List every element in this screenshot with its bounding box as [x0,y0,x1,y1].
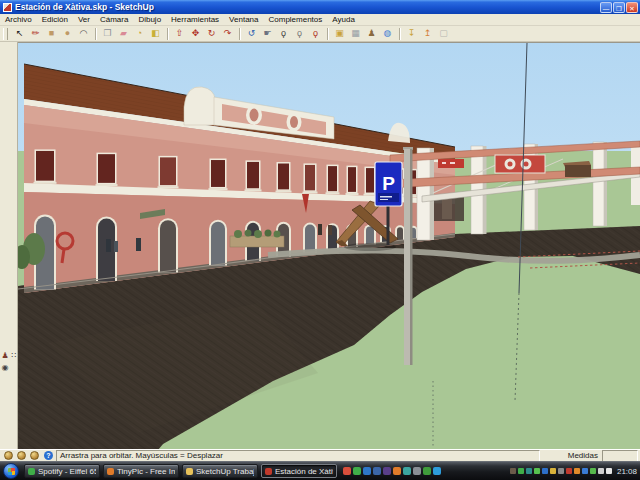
place-model-tool-icon[interactable]: ♟ [364,26,379,41]
make-component-tool-icon[interactable]: ❐ [100,26,115,41]
walk-tool-icon[interactable]: ∷ [10,350,18,361]
tray-icon-13[interactable] [606,468,612,474]
window-controls: —❐✕ [600,2,638,13]
tray-icon-7[interactable] [558,468,564,474]
taskbar-clock: 21:08 [617,467,637,476]
help-icon[interactable]: ? [44,451,53,460]
tray-icon-12[interactable] [598,468,604,474]
maximize-button[interactable]: ❐ [613,2,625,13]
quicklaunch-icon-2[interactable] [353,467,361,475]
toolbar-grip[interactable] [3,28,8,40]
line-tool-icon[interactable]: ✏ [28,26,43,41]
task-sketchup-folder-icon [186,468,193,475]
menu-dibujo[interactable]: Dibujo [133,14,166,25]
select-tool-icon[interactable]: ↖ [12,26,27,41]
tray-icon-4[interactable] [534,468,540,474]
offset-tool-icon[interactable]: ↷ [220,26,235,41]
street-pole [403,147,413,365]
tray-icon-9[interactable] [574,468,580,474]
push-pull-tool-icon[interactable]: ⇧ [172,26,187,41]
menu-edición[interactable]: Edición [37,14,73,25]
menu-archivo[interactable]: Archivo [0,14,37,25]
pan-tool-icon[interactable]: ☛ [260,26,275,41]
menu-ayuda[interactable]: Ayuda [327,14,360,25]
position-camera-tool-icon[interactable]: ♟ [1,350,9,361]
taskbar-button-label: SketchUp Trabajos [196,467,254,476]
circle-tool-icon[interactable]: ● [60,26,75,41]
share-component-tool-icon[interactable]: ▢ [436,26,451,41]
station-logo-sign [495,155,545,173]
left-tool-dock: ♟∷◉ [0,42,18,449]
get-current-view-tool-icon[interactable]: ▣ [332,26,347,41]
menu-bar: ArchivoEdiciónVerCámaraDibujoHerramienta… [0,14,640,26]
quicklaunch-icon-5[interactable] [383,467,391,475]
sketchup-app-icon [3,3,12,12]
windows-flag-icon [8,468,15,475]
minimize-button[interactable]: — [600,2,612,13]
tray-icon-10[interactable] [582,468,588,474]
credit-icon[interactable] [4,451,13,460]
toggle-terrain-tool-icon[interactable]: ▦ [348,26,363,41]
title-bar: Estación de Xàtiva.skp - SketchUp —❐✕ [0,0,640,14]
get-models-tool-icon[interactable]: ↧ [404,26,419,41]
orbit-tool-icon[interactable]: ↺ [244,26,259,41]
toolbar-separator [95,28,97,40]
tape-measure-tool-icon[interactable]: ◔ [132,26,147,41]
google-earth-tool-icon[interactable]: ◍ [380,26,395,41]
walkthrough-toolbar: ♟∷◉ [0,350,18,374]
model-info-icon[interactable] [30,451,39,460]
tray-icon-8[interactable] [566,468,572,474]
quicklaunch-icon-4[interactable] [373,467,381,475]
menu-herramientas[interactable]: Herramientas [166,14,224,25]
rectangle-tool-icon[interactable]: ■ [44,26,59,41]
tray-icon-1[interactable] [510,468,516,474]
tray-icon-3[interactable] [526,468,532,474]
quicklaunch-icon-8[interactable] [413,467,421,475]
tray-icon-5[interactable] [542,468,548,474]
menu-complementos[interactable]: Complementos [263,14,327,25]
task-sketchup-model-taskbar-button[interactable]: Estación de Xàtiva.skp... [261,464,337,478]
zoom-extents-tool-icon[interactable]: ϙ [308,26,323,41]
toolbar-separator [239,28,241,40]
menu-ventana[interactable]: Ventana [224,14,263,25]
menu-ver[interactable]: Ver [73,14,95,25]
quicklaunch-icon-10[interactable] [433,467,441,475]
paint-bucket-tool-icon[interactable]: ◧ [148,26,163,41]
status-hint: Arrastra para orbitar. Mayúsculas = Desp… [56,450,540,462]
share-models-tool-icon[interactable]: ↥ [420,26,435,41]
model-viewport[interactable]: P [18,43,640,449]
move-tool-icon[interactable]: ✥ [188,26,203,41]
tray-icon-6[interactable] [550,468,556,474]
zoom-window-tool-icon[interactable]: ϙ [292,26,307,41]
close-button[interactable]: ✕ [626,2,638,13]
taskbar: Spotify - Eiffel 65 - W...TinyPic - Free… [0,461,640,480]
task-spotify-taskbar-button[interactable]: Spotify - Eiffel 65 - W... [24,464,100,478]
drawing-area[interactable]: P [18,42,640,449]
taskbar-button-label: Estación de Xàtiva.skp... [275,467,333,476]
quicklaunch-icon-9[interactable] [423,467,431,475]
taskbar-button-label: TinyPic - Free Image H... [117,467,175,476]
zoom-tool-icon[interactable]: ϙ [276,26,291,41]
quicklaunch-icon-3[interactable] [363,467,371,475]
tray-icon-2[interactable] [518,468,524,474]
arc-tool-icon[interactable]: ◠ [76,26,91,41]
menu-cámara[interactable]: Cámara [95,14,133,25]
task-spotify-icon [28,468,35,475]
task-sketchup-folder-taskbar-button[interactable]: SketchUp Trabajos [182,464,258,478]
eraser-tool-icon[interactable]: ▰ [116,26,131,41]
geolocation-icon[interactable] [17,451,26,460]
tray-icon-11[interactable] [590,468,596,474]
rotate-tool-icon[interactable]: ↻ [204,26,219,41]
quicklaunch-icon-1[interactable] [343,467,351,475]
toolbar-separator [327,28,329,40]
main-toolbar: ↖✏■●◠❐▰◔◧⇧✥↻↷↺☛ϙϙϙ▣▦♟◍↧↥▢ [0,26,640,42]
taskbar-button-label: Spotify - Eiffel 65 - W... [38,467,96,476]
look-around-tool-icon[interactable]: ◉ [1,362,9,373]
measurements-input[interactable] [602,450,638,462]
start-button[interactable] [3,463,19,479]
quicklaunch-icon-6[interactable] [393,467,401,475]
quicklaunch-icon-7[interactable] [403,467,411,475]
taskbar-buttons: Spotify - Eiffel 65 - W...TinyPic - Free… [24,464,337,478]
status-bar: ? Arrastra para orbitar. Mayúsculas = De… [0,449,640,461]
task-tinypic-taskbar-button[interactable]: TinyPic - Free Image H... [103,464,179,478]
